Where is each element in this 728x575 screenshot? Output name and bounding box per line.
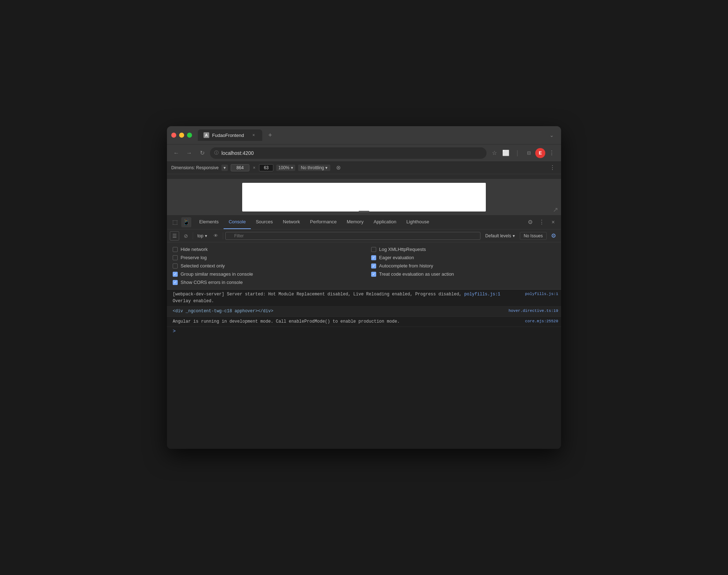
console-message-2-text: <div _ngcontent-twg-c18 apphover></div>: [173, 308, 503, 315]
tab-elements[interactable]: Elements: [194, 215, 224, 229]
devtools-tabs: Elements Console Sources Network Perform…: [194, 215, 522, 229]
devtools-icon-buttons: ⬚ 📱: [167, 217, 194, 227]
eager-eval-checkbox[interactable]: [371, 255, 376, 260]
chrome-menu-button[interactable]: ⋮: [547, 148, 557, 158]
selected-context-label: Selected context only: [181, 263, 225, 269]
console-context-dropdown[interactable]: top ▾: [195, 232, 209, 239]
emulation-more-button[interactable]: ⋮: [548, 163, 557, 172]
devtools-tab-bar: ⬚ 📱 Elements Console Sources Network Per…: [167, 215, 561, 229]
setting-log-xml: Log XMLHttpRequests: [371, 247, 555, 252]
log-xml-checkbox[interactable]: [371, 247, 376, 252]
zoom-dropdown[interactable]: 100% ▾: [276, 165, 295, 171]
viewport-width-input[interactable]: [231, 164, 249, 171]
bookmark-button[interactable]: ☆: [489, 148, 499, 158]
inspect-element-button[interactable]: ⬚: [170, 217, 180, 227]
tab-network[interactable]: Network: [278, 215, 305, 229]
setting-group-similar: Group similar messages in console: [173, 271, 357, 277]
console-context-arrow: ▾: [205, 233, 207, 238]
console-gear-button[interactable]: ⚙: [549, 231, 558, 241]
autocomplete-label: Autocomplete from history: [379, 263, 433, 269]
eager-eval-label: Eager evaluation: [379, 255, 414, 260]
devtools-close-button[interactable]: ×: [548, 217, 558, 227]
viewport-height-input[interactable]: [259, 164, 273, 171]
zoom-label: 100%: [278, 165, 289, 170]
minimize-traffic-light[interactable]: [179, 133, 184, 138]
settings-right-column: Log XMLHttpRequests Eager evaluation Aut…: [371, 247, 555, 285]
setting-hide-network: Hide network: [173, 247, 357, 252]
cast-button[interactable]: ⊟: [524, 148, 534, 158]
console-message-3-source[interactable]: core.mjs:25520: [525, 318, 558, 325]
hide-network-label: Hide network: [181, 247, 208, 252]
log-xml-label: Log XMLHttpRequests: [379, 247, 426, 252]
tab-application[interactable]: Application: [369, 215, 402, 229]
console-clear-button[interactable]: ⊘: [181, 231, 191, 241]
devtools-panel: ⬚ 📱 Elements Console Sources Network Per…: [167, 215, 561, 449]
tab-console[interactable]: Console: [224, 215, 251, 229]
default-levels-dropdown[interactable]: Default levels ▾: [483, 232, 518, 239]
new-tab-button[interactable]: +: [265, 130, 275, 140]
console-prompt[interactable]: >: [167, 327, 561, 336]
console-sidebar-toggle[interactable]: ☰: [170, 231, 179, 241]
no-issues-button[interactable]: No Issues: [520, 232, 547, 240]
console-message-1-text: [webpack-dev-server] Server started: Hot…: [173, 291, 519, 305]
devtools-header-right: ⚙ ⋮ ×: [522, 217, 561, 227]
setting-eager-eval: Eager evaluation: [371, 255, 555, 260]
tab-sources[interactable]: Sources: [251, 215, 278, 229]
devtools-emulation-bar: Dimensions: Responsive ▾ × 100% ▾ No thr…: [167, 161, 561, 174]
console-eye-button[interactable]: 👁: [211, 231, 221, 241]
dimensions-dropdown[interactable]: ▾: [221, 165, 228, 171]
reload-button[interactable]: ↻: [197, 148, 207, 158]
profile-button[interactable]: E: [535, 148, 545, 158]
console-toolbar: ☰ ⊘ top ▾ 👁 ⊳ Default levels ▾ No Issues…: [167, 229, 561, 242]
resize-drag-handle[interactable]: [359, 211, 369, 212]
browser-window: A FudaoFrontend × + ⌄ ← → ↻ ⓘ localhost:…: [167, 126, 561, 449]
preserve-log-checkbox[interactable]: [173, 255, 178, 260]
close-traffic-light[interactable]: [171, 133, 176, 138]
device-toolbar-button[interactable]: 📱: [181, 217, 191, 227]
treat-code-checkbox[interactable]: [371, 272, 376, 277]
tab-lighthouse[interactable]: Lighthouse: [401, 215, 434, 229]
extensions-button[interactable]: ⬜: [501, 148, 511, 158]
tab-expand-button[interactable]: ⌄: [547, 130, 557, 140]
throttle-dropdown[interactable]: No throttling ▾: [298, 165, 331, 171]
show-cors-checkbox[interactable]: [173, 280, 178, 285]
preserve-log-label: Preserve log: [181, 255, 207, 260]
dimensions-label: Dimensions: Responsive: [171, 165, 219, 170]
console-message-1-source[interactable]: polyfills.js:1: [525, 291, 558, 298]
sensors-button[interactable]: ⊗: [333, 163, 343, 173]
group-similar-label: Group similar messages in console: [181, 271, 253, 277]
console-message-2-source[interactable]: hover.directive.ts:19: [508, 308, 558, 314]
hide-network-checkbox[interactable]: [173, 247, 178, 252]
times-symbol: ×: [253, 165, 255, 170]
separator-line: |: [512, 148, 522, 158]
page-viewport: ↗: [167, 179, 561, 215]
console-settings-panel: Hide network Preserve log Selected conte…: [167, 242, 561, 290]
autocomplete-checkbox[interactable]: [371, 263, 376, 269]
default-levels-arrow: ▾: [513, 233, 515, 238]
tab-memory[interactable]: Memory: [342, 215, 369, 229]
console-filter-input[interactable]: [225, 232, 480, 240]
forward-button[interactable]: →: [184, 148, 194, 158]
traffic-lights: [171, 133, 192, 138]
polyfills-link[interactable]: polyfills.js:1: [464, 292, 500, 297]
resize-icon: ↗: [553, 206, 558, 214]
devtools-more-button[interactable]: ⋮: [537, 217, 547, 227]
default-levels-label: Default levels: [485, 233, 511, 238]
url-bar[interactable]: ⓘ localhost:4200: [210, 147, 487, 159]
address-bar: ← → ↻ ⓘ localhost:4200 ☆ ⬜ | ⊟ E ⋮: [167, 144, 561, 161]
toolbar-separator-2: [223, 232, 223, 239]
tab-close-button[interactable]: ×: [251, 132, 257, 138]
setting-preserve-log: Preserve log: [173, 255, 357, 260]
browser-tab-active[interactable]: A FudaoFrontend ×: [198, 129, 262, 141]
devtools-settings-button[interactable]: ⚙: [525, 217, 535, 227]
console-message-3-text: Angular is running in development mode. …: [173, 318, 519, 325]
console-message-3: Angular is running in development mode. …: [167, 317, 561, 327]
selected-context-checkbox[interactable]: [173, 263, 178, 269]
maximize-traffic-light[interactable]: [187, 133, 192, 138]
console-context-label: top: [197, 233, 203, 238]
back-button[interactable]: ←: [171, 148, 181, 158]
tab-performance[interactable]: Performance: [305, 215, 341, 229]
group-similar-checkbox[interactable]: [173, 272, 178, 277]
settings-left-column: Hide network Preserve log Selected conte…: [173, 247, 357, 285]
filter-wrapper: ⊳: [225, 232, 480, 240]
